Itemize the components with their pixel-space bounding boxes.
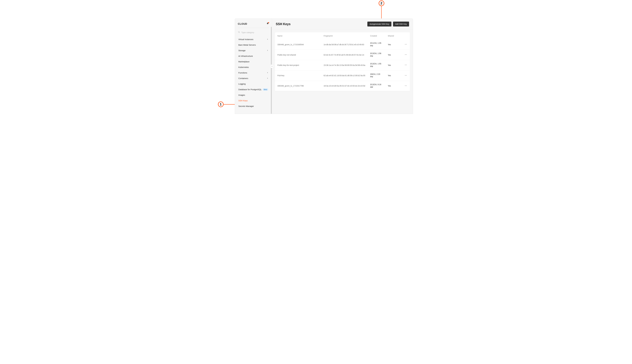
callout-1: 1	[218, 102, 237, 107]
svg-point-5	[405, 54, 405, 55]
svg-point-8	[405, 65, 405, 65]
page-title: SSH Keys	[276, 22, 290, 26]
cell-shared: Yes	[386, 82, 402, 89]
sidebar-item-kubernetes[interactable]: Kubernetes	[238, 64, 269, 70]
cell-name: Public-key-for-test-project	[275, 62, 321, 69]
svg-point-4	[406, 44, 406, 44]
sidebar-item-storage[interactable]: Storage	[238, 48, 269, 53]
row-more-button[interactable]	[404, 52, 408, 57]
col-actions	[402, 34, 410, 38]
sidebar-item-functions[interactable]: Functions	[238, 70, 269, 76]
sidebar-item-bare-metal-servers[interactable]: Bare Metal Servers	[238, 42, 269, 48]
cell-fingerprint: 62:ab:e4:82:d1:1d:93:da:61:d6:56:c2:09:b…	[321, 72, 368, 79]
sidebar-item-images[interactable]: Images	[238, 92, 269, 98]
page-actions: Autogenerate SSH Key Add SSH Key	[367, 22, 409, 26]
chevron-right-icon	[267, 72, 268, 74]
table-row: Public-key-not-shared02:dc:5c:87:73:4f:9…	[275, 50, 410, 60]
svg-point-10	[406, 65, 406, 65]
cell-created: 3/13/24, 1:55 PM	[368, 60, 386, 70]
svg-point-12	[406, 75, 406, 76]
sidebar-item-marketplace[interactable]: Marketplace	[238, 59, 269, 64]
cell-name: Public-key-not-shared	[275, 51, 321, 58]
more-icon	[404, 85, 407, 87]
cell-created: 3/6/24, 2:20 PM	[368, 70, 386, 81]
bell-icon	[266, 23, 269, 25]
cell-shared: Yes	[386, 62, 402, 69]
sidebar-item-ssh-keys[interactable]: SSH Keys	[238, 98, 269, 103]
row-more-button[interactable]	[404, 42, 408, 47]
sidebar-item-label: Containers	[238, 77, 248, 80]
search-icon	[238, 31, 240, 34]
svg-point-16	[406, 86, 406, 86]
callout-2: 2	[379, 0, 384, 18]
table-row: 330448_gcore_lu_171031778618:3a:10:e4:d4…	[275, 81, 410, 91]
sidebar-divider	[238, 28, 269, 28]
sidebar-scrollbar[interactable]	[271, 27, 272, 114]
sidebar-item-logging[interactable]: Logging	[238, 81, 269, 86]
row-more-button[interactable]	[404, 73, 408, 78]
col-shared: Shared	[386, 32, 402, 40]
nav: Virtual InstancesBare Metal ServersStora…	[238, 37, 269, 109]
search-wrap[interactable]	[238, 31, 269, 34]
callout-2-circle: 2	[379, 0, 384, 6]
app-shell: CLOUD Virtual InstancesBare Metal Server…	[235, 18, 413, 114]
page-header: SSH Keys Autogenerate SSH Key Add SSH Ke…	[272, 18, 413, 29]
svg-point-13	[406, 75, 406, 76]
sidebar-item-label: Virtual Instances	[238, 38, 254, 40]
more-icon	[404, 64, 407, 66]
sidebar-item-secrets-manager[interactable]: Secrets Manager	[238, 104, 269, 109]
main: SSH Keys Autogenerate SSH Key Add SSH Ke…	[272, 18, 413, 114]
sidebar-item-containers[interactable]: Containers	[238, 76, 269, 81]
cell-name: Pub-key	[275, 72, 321, 79]
more-icon	[404, 75, 407, 77]
col-fingerprint: Fingerprint	[321, 32, 368, 40]
sidebar-item-label: Kubernetes	[238, 66, 249, 68]
row-more-button[interactable]	[404, 84, 408, 88]
table-row: Public-key-for-test-project15:36:1a:c4:7…	[275, 60, 410, 70]
ssh-keys-table-card: Name Fingerprint Created Shared 330448_g…	[275, 32, 410, 91]
cell-shared: Yes	[386, 51, 402, 58]
sidebar: CLOUD Virtual InstancesBare Metal Server…	[235, 18, 272, 114]
cell-actions	[402, 60, 410, 70]
brand: CLOUD	[238, 22, 247, 26]
ssh-keys-table: Name Fingerprint Created Shared 330448_g…	[275, 32, 410, 91]
svg-point-6	[406, 54, 406, 55]
cell-created: 3/13/24, 9:16 AM	[368, 81, 386, 91]
cell-actions	[402, 50, 410, 60]
autogenerate-ssh-key-button[interactable]: Autogenerate SSH Key	[367, 22, 392, 26]
sidebar-item-ai-infrastructure[interactable]: AI Infrastructure	[238, 54, 269, 59]
search-input[interactable]	[242, 31, 269, 34]
beta-badge: Beta	[263, 88, 268, 90]
cell-fingerprint: 18:3a:10:e4:d4:5a:35:01:b7:dc:c5:93:ee:2…	[321, 82, 368, 89]
cell-fingerprint: 15:36:1a:c4:7e:3b:13:9a:56:89:55:0a:5d:9…	[321, 62, 368, 69]
col-created: Created	[368, 32, 386, 40]
chevron-right-icon	[267, 38, 268, 40]
more-icon	[404, 44, 407, 46]
table-row: 330448_gcore_lu_17101605441e:db:da:5d:08…	[275, 40, 410, 50]
sidebar-item-label: Bare Metal Servers	[238, 44, 256, 46]
svg-point-2	[405, 44, 405, 44]
cell-fingerprint: 02:dc:5c:87:73:4f:92:a0:f1:99:84:e6:57:6…	[321, 51, 368, 58]
sidebar-item-label: Logging	[238, 83, 246, 85]
cell-shared: Yes	[386, 72, 402, 79]
svg-point-7	[406, 54, 406, 55]
cell-name: 330448_gcore_lu_1710160544	[275, 41, 321, 48]
cell-created: 3/11/24, 1:35 PM	[368, 40, 386, 50]
callout-2-line	[381, 6, 382, 18]
collapse-sidebar-button[interactable]	[270, 64, 274, 68]
sidebar-item-virtual-instances[interactable]: Virtual Instances	[238, 37, 269, 42]
cell-actions	[402, 40, 410, 49]
more-icon	[404, 54, 407, 56]
chevron-left-icon	[271, 65, 273, 68]
row-more-button[interactable]	[404, 63, 408, 67]
svg-point-15	[406, 86, 406, 86]
notification-dot-icon	[268, 22, 269, 23]
notifications-button[interactable]	[266, 22, 269, 26]
svg-line-1	[240, 32, 240, 33]
sidebar-item-database-for-postgresql[interactable]: Database for PostgreSQLBeta	[238, 87, 269, 92]
add-ssh-key-button[interactable]: Add SSH Key	[393, 22, 409, 26]
cell-name: 330448_gcore_lu_1710317786	[275, 82, 321, 89]
sidebar-item-label: Secrets Manager	[238, 105, 254, 107]
cell-created: 3/13/24, 1:56 PM	[368, 50, 386, 60]
table-row: Pub-key62:ab:e4:82:d1:1d:93:da:61:d6:56:…	[275, 70, 410, 81]
